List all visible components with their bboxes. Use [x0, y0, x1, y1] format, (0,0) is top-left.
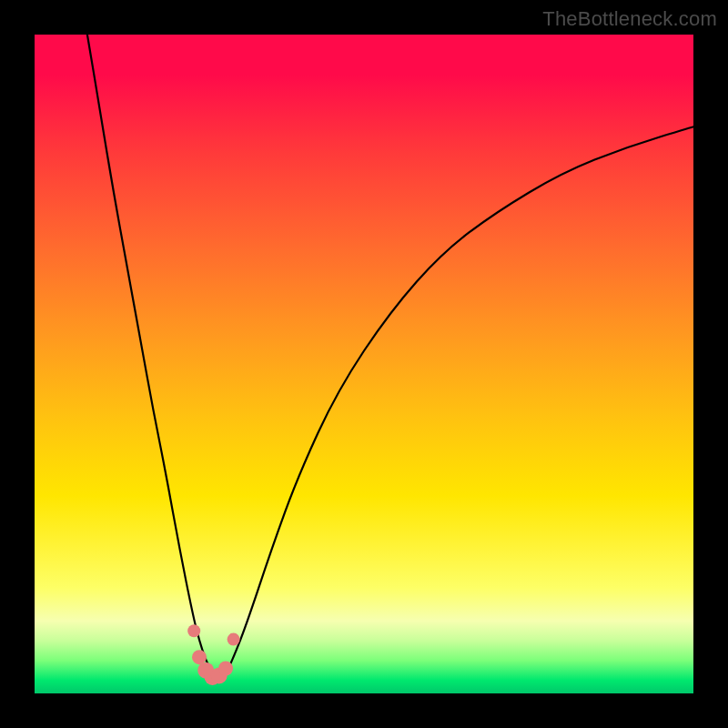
- bottleneck-curve: [87, 35, 693, 679]
- outer-frame: TheBottleneck.com: [0, 0, 728, 728]
- highlight-dot: [218, 662, 233, 676]
- curve-group: [87, 35, 693, 679]
- attribution-label: TheBottleneck.com: [542, 7, 717, 31]
- chart-svg: [35, 35, 693, 693]
- plot-area: [35, 35, 693, 693]
- marker-group: [187, 624, 239, 685]
- highlight-dot: [187, 624, 200, 637]
- highlight-dot: [192, 650, 207, 664]
- highlight-dot: [228, 633, 240, 646]
